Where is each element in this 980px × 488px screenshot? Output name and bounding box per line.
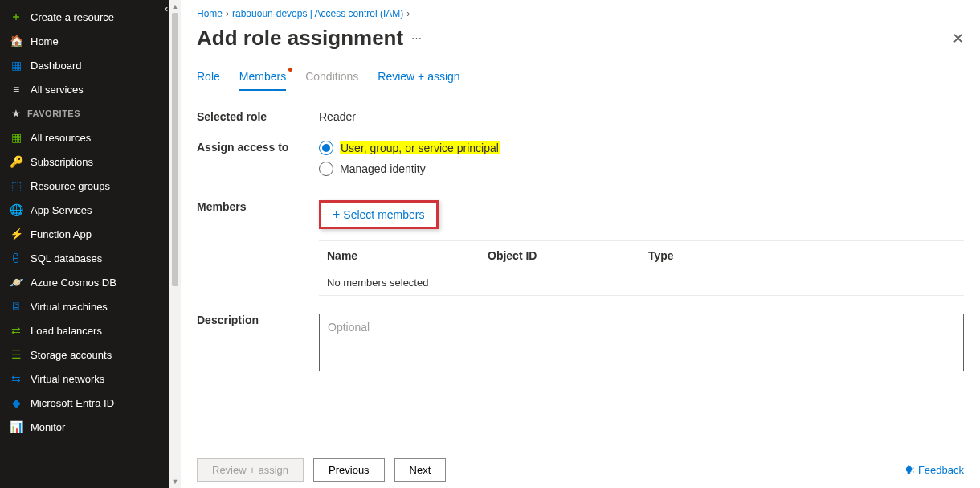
tab-members-label: Members bbox=[239, 70, 286, 83]
sidebar-favorites-header: ★ FAVORITES bbox=[0, 101, 169, 125]
tab-members[interactable]: Members bbox=[239, 70, 286, 91]
sidebar-app-services[interactable]: 🌐 App Services bbox=[0, 198, 169, 222]
sidebar-home-label: Home bbox=[31, 35, 59, 47]
sidebar-app-services-label: App Services bbox=[31, 204, 92, 216]
entra-icon: ◆ bbox=[10, 396, 22, 409]
chevron-right-icon: › bbox=[406, 8, 410, 19]
sidebar-cosmos-db-label: Azure Cosmos DB bbox=[31, 277, 116, 289]
tab-conditions[interactable]: Conditions bbox=[305, 70, 358, 91]
sidebar-storage-accounts-label: Storage accounts bbox=[31, 349, 112, 361]
sidebar-home[interactable]: 🏠 Home bbox=[0, 29, 169, 53]
globe-icon: 🌐 bbox=[10, 203, 22, 216]
sidebar-monitor-label: Monitor bbox=[31, 421, 65, 433]
sidebar-resource-groups[interactable]: ⬚ Resource groups bbox=[0, 174, 169, 198]
sidebar-all-services[interactable]: ≡ All services bbox=[0, 77, 169, 101]
feedback-link[interactable]: 🗣 Feedback bbox=[904, 464, 964, 476]
sidebar-entra-id[interactable]: ◆ Microsoft Entra ID bbox=[0, 391, 169, 415]
breadcrumb-home[interactable]: Home bbox=[197, 8, 223, 19]
col-header-object-id: Object ID bbox=[488, 249, 648, 262]
network-icon: ⇆ bbox=[10, 372, 22, 385]
sidebar-entra-id-label: Microsoft Entra ID bbox=[31, 397, 114, 409]
scroll-thumb[interactable] bbox=[172, 13, 178, 286]
select-members-button[interactable]: + Select members bbox=[333, 207, 425, 222]
selected-role-value: Reader bbox=[319, 110, 964, 123]
tab-review-assign[interactable]: Review + assign bbox=[378, 70, 459, 91]
sidebar-function-app[interactable]: ⚡ Function App bbox=[0, 222, 169, 246]
tabs: Role Members Conditions Review + assign bbox=[197, 70, 964, 91]
radio-managed-identity-label: Managed identity bbox=[340, 162, 426, 175]
sidebar-monitor[interactable]: 📊 Monitor bbox=[0, 415, 169, 439]
tab-indicator-dot bbox=[288, 68, 292, 72]
page-title: Add role assignment bbox=[197, 26, 403, 51]
footer: Review + assign Previous Next 🗣 Feedback bbox=[197, 446, 964, 488]
balance-icon: ⇄ bbox=[10, 324, 22, 337]
radio-user-group[interactable] bbox=[319, 141, 333, 155]
vm-icon: 🖥 bbox=[10, 300, 22, 313]
sidebar-virtual-networks-label: Virtual networks bbox=[31, 373, 104, 385]
sidebar-sql-databases[interactable]: 🛢 SQL databases bbox=[0, 246, 169, 270]
plus-icon: + bbox=[333, 207, 340, 222]
sidebar-favorites-label: FAVORITES bbox=[27, 109, 80, 118]
close-icon[interactable]: ✕ bbox=[952, 30, 964, 47]
main-content: Home › rabououn-devops | Access control … bbox=[181, 0, 980, 488]
members-label: Members bbox=[197, 200, 319, 229]
sidebar-virtual-networks[interactable]: ⇆ Virtual networks bbox=[0, 367, 169, 391]
sidebar-all-services-label: All services bbox=[31, 84, 84, 96]
sidebar-all-resources[interactable]: ▦ All resources bbox=[0, 125, 169, 150]
grid-icon: ▦ bbox=[10, 131, 22, 144]
sql-icon: 🛢 bbox=[10, 252, 22, 265]
cube-icon: ⬚ bbox=[10, 179, 22, 192]
assign-access-label: Assign access to bbox=[197, 141, 319, 182]
previous-button[interactable]: Previous bbox=[313, 458, 385, 482]
sidebar-subscriptions[interactable]: 🔑 Subscriptions bbox=[0, 150, 169, 174]
sidebar-subscriptions-label: Subscriptions bbox=[31, 156, 93, 168]
sidebar-load-balancers[interactable]: ⇄ Load balancers bbox=[0, 318, 169, 342]
col-header-type: Type bbox=[648, 249, 956, 262]
feedback-label: Feedback bbox=[918, 464, 964, 476]
more-icon[interactable]: ⋯ bbox=[411, 32, 422, 44]
storage-icon: ☰ bbox=[10, 348, 22, 361]
breadcrumb-resource[interactable]: rabououn-devops | Access control (IAM) bbox=[232, 8, 403, 19]
list-icon: ≡ bbox=[10, 83, 22, 96]
next-button[interactable]: Next bbox=[394, 458, 447, 482]
star-icon: ★ bbox=[10, 107, 22, 120]
no-members-row: No members selected bbox=[319, 270, 964, 296]
sidebar-function-app-label: Function App bbox=[31, 228, 92, 240]
radio-user-group-label: User, group, or service principal bbox=[340, 141, 500, 154]
plus-icon: ＋ bbox=[10, 10, 22, 23]
sidebar-virtual-machines-label: Virtual machines bbox=[31, 301, 108, 313]
sidebar-load-balancers-label: Load balancers bbox=[31, 325, 102, 337]
sidebar-storage-accounts[interactable]: ☰ Storage accounts bbox=[0, 342, 169, 367]
bolt-icon: ⚡ bbox=[10, 228, 22, 240]
sidebar-resource-groups-label: Resource groups bbox=[31, 180, 110, 192]
dashboard-icon: ▦ bbox=[10, 59, 22, 72]
members-table: Name Object ID Type No members selected bbox=[319, 240, 964, 296]
sidebar-dashboard-label: Dashboard bbox=[31, 59, 82, 72]
col-header-name: Name bbox=[327, 249, 488, 262]
selected-role-label: Selected role bbox=[197, 110, 319, 123]
key-icon: 🔑 bbox=[10, 155, 22, 168]
tab-role[interactable]: Role bbox=[197, 70, 220, 91]
home-icon: 🏠 bbox=[10, 35, 22, 47]
radio-managed-identity[interactable] bbox=[319, 162, 333, 176]
sidebar: ‹‹ ＋ Create a resource 🏠 Home ▦ Dashboar… bbox=[0, 0, 169, 488]
sidebar-sql-databases-label: SQL databases bbox=[31, 252, 102, 265]
sidebar-cosmos-db[interactable]: 🪐 Azure Cosmos DB bbox=[0, 270, 169, 294]
sidebar-scrollbar[interactable]: ▲ ▼ bbox=[169, 0, 181, 488]
description-label: Description bbox=[197, 314, 319, 374]
sidebar-dashboard[interactable]: ▦ Dashboard bbox=[0, 53, 169, 77]
select-members-highlight-box: + Select members bbox=[319, 200, 439, 229]
sidebar-all-resources-label: All resources bbox=[31, 132, 91, 144]
sidebar-create-resource[interactable]: ＋ Create a resource bbox=[0, 5, 169, 29]
sidebar-virtual-machines[interactable]: 🖥 Virtual machines bbox=[0, 294, 169, 318]
scroll-down-icon[interactable]: ▼ bbox=[169, 475, 181, 488]
review-assign-button[interactable]: Review + assign bbox=[197, 458, 304, 482]
description-textarea[interactable] bbox=[319, 314, 964, 371]
breadcrumb: Home › rabououn-devops | Access control … bbox=[197, 8, 964, 19]
cosmos-icon: 🪐 bbox=[10, 276, 22, 289]
feedback-icon: 🗣 bbox=[904, 464, 915, 476]
sidebar-create-resource-label: Create a resource bbox=[31, 11, 114, 23]
monitor-icon: 📊 bbox=[10, 420, 22, 433]
select-members-label: Select members bbox=[343, 208, 424, 221]
scroll-up-icon[interactable]: ▲ bbox=[169, 0, 181, 13]
